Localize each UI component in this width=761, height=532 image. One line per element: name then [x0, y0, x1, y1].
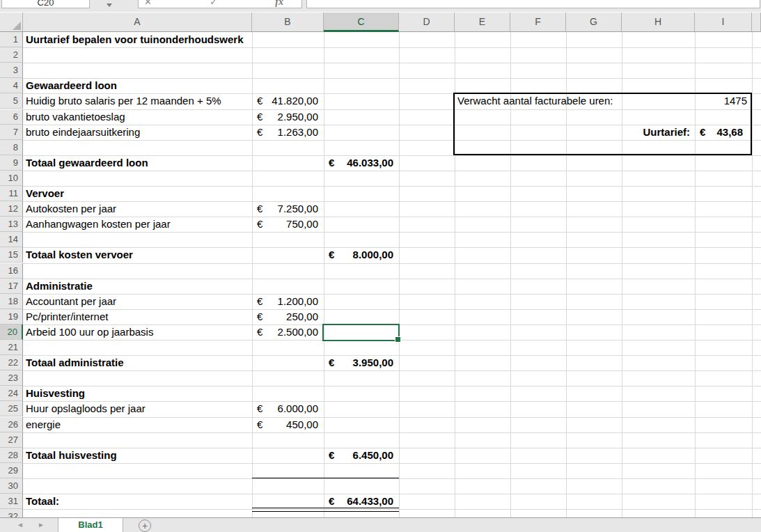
- sheet-tab-blad1[interactable]: Blad1: [58, 518, 123, 532]
- amount: 3.950,00: [353, 355, 393, 370]
- column-header-F[interactable]: F: [510, 13, 566, 32]
- cell-B7[interactable]: €1.263,00: [252, 125, 324, 140]
- cell-A28[interactable]: Totaal huisvesting: [23, 448, 252, 463]
- cell-A25[interactable]: Huur opslagloods per jaar: [23, 401, 252, 416]
- selected-cell-outline[interactable]: [322, 324, 400, 341]
- cell-B20[interactable]: €2.500,00: [252, 324, 324, 340]
- row-header-8[interactable]: 8: [0, 140, 23, 155]
- column-header-A[interactable]: A: [23, 13, 252, 32]
- cell-A12[interactable]: Autokosten per jaar: [23, 201, 252, 217]
- cell-A1[interactable]: Uurtarief bepalen voor tuinonderhoudswer…: [23, 32, 252, 47]
- select-all-corner[interactable]: [0, 13, 23, 32]
- cell-I5[interactable]: 1475: [695, 93, 752, 109]
- cell-A31[interactable]: Totaal:: [23, 494, 252, 509]
- cell-A22[interactable]: Totaal administratie: [23, 355, 252, 370]
- cell-A6[interactable]: bruto vakantietoeslag: [23, 109, 252, 125]
- gridline-h: [23, 263, 761, 264]
- insert-function-icon[interactable]: fx: [275, 0, 283, 7]
- name-box[interactable]: C20: [1, 0, 90, 8]
- currency-symbol: €: [700, 125, 705, 140]
- cell-E5[interactable]: Verwacht aantal facturabele uren:: [455, 93, 510, 109]
- amount: 8.000,00: [353, 247, 393, 263]
- row-header-16[interactable]: 16: [0, 263, 23, 279]
- cell-I7[interactable]: €43,68: [695, 125, 752, 140]
- column-header-E[interactable]: E: [455, 13, 510, 32]
- row-header-27[interactable]: 27: [0, 432, 23, 448]
- cell-A13[interactable]: Aanhangwagen kosten per jaar: [23, 217, 252, 232]
- column-header-B[interactable]: B: [252, 13, 324, 32]
- row-header-19[interactable]: 19: [0, 309, 23, 324]
- cell-A26[interactable]: energie: [23, 417, 252, 432]
- enter-icon[interactable]: ✓: [210, 0, 217, 7]
- row-header-15[interactable]: 15: [0, 247, 23, 263]
- row-header-12[interactable]: 12: [0, 201, 23, 217]
- cell-H7[interactable]: Uurtarief:: [622, 125, 695, 140]
- row-header-25[interactable]: 25: [0, 401, 23, 416]
- cell-A9[interactable]: Totaal gewaardeerd loon: [23, 155, 252, 171]
- row-header-2[interactable]: 2: [0, 47, 23, 63]
- cell-C28[interactable]: €6.450,00: [324, 448, 399, 463]
- row-header-1[interactable]: 1: [0, 32, 23, 47]
- row-header-22[interactable]: 22: [0, 355, 23, 370]
- cell-B12[interactable]: €7.250,00: [252, 201, 324, 217]
- cell-A15[interactable]: Totaal kosten vervoer: [23, 247, 252, 263]
- column-header-C[interactable]: C: [324, 13, 399, 32]
- row-header-17[interactable]: 17: [0, 279, 23, 294]
- add-sheet-button[interactable]: +: [139, 519, 151, 532]
- row-header-30[interactable]: 30: [0, 478, 23, 494]
- cell-A19[interactable]: Pc/printer/internet: [23, 309, 252, 324]
- formula-input[interactable]: [306, 0, 760, 8]
- row-header-29[interactable]: 29: [0, 463, 23, 478]
- row-header-9[interactable]: 9: [0, 155, 23, 171]
- cell-B26[interactable]: €450,00: [252, 417, 324, 432]
- row-header-21[interactable]: 21: [0, 340, 23, 355]
- amount: 7.250,00: [278, 201, 318, 217]
- cell-A11[interactable]: Vervoer: [23, 186, 252, 201]
- row-header-26[interactable]: 26: [0, 417, 23, 432]
- cell-B5[interactable]: €41.820,00: [252, 93, 324, 109]
- cell-A18[interactable]: Accountant per jaar: [23, 294, 252, 309]
- row-header-23[interactable]: 23: [0, 370, 23, 386]
- row-header-31[interactable]: 31: [0, 494, 23, 509]
- cell-A17[interactable]: Administratie: [23, 279, 252, 294]
- row-header-13[interactable]: 13: [0, 217, 23, 232]
- cell-B13[interactable]: €750,00: [252, 217, 324, 232]
- row-header-7[interactable]: 7: [0, 125, 23, 140]
- column-header-I[interactable]: I: [695, 13, 752, 32]
- cell-A4[interactable]: Gewaardeerd loon: [23, 78, 252, 93]
- row-header-5[interactable]: 5: [0, 93, 23, 109]
- cell-C15[interactable]: €8.000,00: [324, 247, 399, 263]
- gridline-h: [23, 370, 761, 371]
- cell-A24[interactable]: Huisvesting: [23, 386, 252, 401]
- column-header-G[interactable]: G: [566, 13, 622, 32]
- row-header-14[interactable]: 14: [0, 232, 23, 247]
- cancel-icon[interactable]: ✕: [144, 0, 152, 7]
- cell-C22[interactable]: €3.950,00: [324, 355, 399, 370]
- column-header-H[interactable]: H: [622, 13, 695, 32]
- row-header-24[interactable]: 24: [0, 386, 23, 401]
- cell-C9[interactable]: €46.033,00: [324, 155, 399, 171]
- sheet-nav-right-icon[interactable]: ►: [38, 521, 45, 529]
- cell-A5[interactable]: Huidig bruto salaris per 12 maanden + 5%: [23, 93, 252, 109]
- currency-symbol: €: [257, 401, 262, 416]
- row-header-28[interactable]: 28: [0, 448, 23, 463]
- column-header-D[interactable]: D: [399, 13, 455, 32]
- row-header-10[interactable]: 10: [0, 171, 23, 186]
- name-box-dropdown[interactable]: [102, 0, 116, 9]
- row-header-6[interactable]: 6: [0, 109, 23, 125]
- cell-A20[interactable]: Arbeid 100 uur op jaarbasis: [23, 324, 252, 340]
- row-header-20[interactable]: 20: [0, 324, 23, 340]
- row-header-4[interactable]: 4: [0, 78, 23, 93]
- cell-A7[interactable]: bruto eindejaarsuitkering: [23, 125, 252, 140]
- currency-symbol: €: [257, 324, 262, 340]
- row-header-11[interactable]: 11: [0, 186, 23, 201]
- row-header-3[interactable]: 3: [0, 63, 23, 78]
- row-header-18[interactable]: 18: [0, 294, 23, 309]
- cell-B25[interactable]: €6.000,00: [252, 401, 324, 416]
- fill-handle[interactable]: [395, 336, 401, 343]
- cell-B18[interactable]: €1.200,00: [252, 294, 324, 309]
- cell-C31[interactable]: €64.433,00: [324, 494, 399, 509]
- sheet-nav-left-icon[interactable]: ◄: [17, 521, 24, 529]
- cell-B19[interactable]: €250,00: [252, 309, 324, 324]
- cell-B6[interactable]: €2.950,00: [252, 109, 324, 125]
